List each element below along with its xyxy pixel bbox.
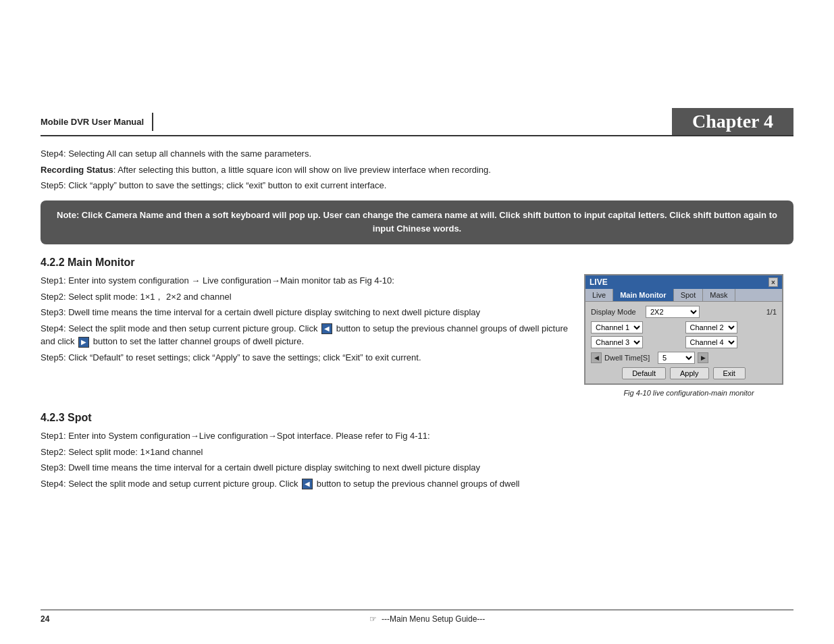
- footer-center: ☞ ---Main Menu Setup Guide---: [61, 614, 793, 624]
- live-dialog-close-button[interactable]: ×: [768, 277, 778, 287]
- dwell-time-row: ◀ Dwell Time[S] 5 ▶: [591, 352, 777, 364]
- figure-caption: Fig 4-10 live configuration-main monitor: [584, 389, 793, 397]
- channel-3-select[interactable]: Channel 3: [591, 336, 643, 348]
- chapter-label: Chapter 4: [672, 108, 793, 135]
- manual-title: Mobile DVR User Manual: [41, 113, 153, 131]
- display-mode-row: Display Mode 2X2 1X1 1/1: [591, 306, 777, 318]
- page-header: Mobile DVR User Manual Chapter 4: [41, 0, 793, 136]
- tab-spot[interactable]: Spot: [674, 289, 704, 301]
- 422-step1: Step1: Enter into system configuration →…: [41, 274, 571, 288]
- channels-grid: Channel 1 Channel 2 Channel 3 Channel 4: [591, 321, 777, 348]
- channel-3-cell: Channel 3: [591, 336, 683, 348]
- 422-step5: Step5: Click “Default” to reset settings…: [41, 351, 571, 365]
- section-422-body: Step1: Enter into system configuration →…: [41, 274, 793, 397]
- section-422-heading: 4.2.2 Main Monitor: [41, 257, 793, 269]
- live-dialog-title: LIVE: [590, 277, 608, 287]
- live-dialog-body: Display Mode 2X2 1X1 1/1 Channel 1: [585, 302, 782, 383]
- step4-all: Step4: Selecting All can setup all chann…: [41, 147, 793, 161]
- apply-button[interactable]: Apply: [670, 367, 709, 379]
- channel-1-select[interactable]: Channel 1: [591, 321, 643, 333]
- recording-status-text: : After selecting this button, a little …: [113, 165, 491, 175]
- dwell-next-button[interactable]: ▶: [698, 352, 708, 363]
- channel-1-cell: Channel 1: [591, 321, 683, 333]
- footer-bullet: ☞: [369, 614, 377, 624]
- channel-4-select[interactable]: Channel 4: [685, 336, 737, 348]
- figure-col: LIVE × Live Main Monitor Spot Mask: [584, 274, 793, 397]
- default-button[interactable]: Default: [622, 367, 666, 379]
- live-dialog-titlebar: LIVE ×: [585, 275, 782, 289]
- page-number: 24: [41, 614, 61, 624]
- step5-apply: Step5: Click “apply” button to save the …: [41, 179, 793, 192]
- recording-status: Recording Status: After selecting this b…: [41, 163, 793, 177]
- 422-step3: Step3: Dwell time means the time interva…: [41, 306, 571, 319]
- channel-2-select[interactable]: Channel 2: [685, 321, 737, 333]
- 423-step4: Step4: Select the split mode and setup c…: [41, 477, 793, 491]
- 422-step4-text: Step4: Select the split mode and then se…: [41, 323, 317, 333]
- footer-text: ---Main Menu Setup Guide---: [382, 614, 485, 624]
- dwell-prev-button[interactable]: ◀: [591, 352, 602, 363]
- page-footer: 24 ☞ ---Main Menu Setup Guide---: [41, 610, 793, 624]
- page-counter: 1/1: [766, 308, 777, 316]
- section-423-heading: 4.2.3 Spot: [41, 412, 793, 424]
- section-422-text: Step1: Enter into system configuration →…: [41, 274, 571, 367]
- 422-step2: Step2: Select split mode: 1×1， 2×2 and c…: [41, 290, 571, 304]
- note-text: Note: Click Camera Name and then a soft …: [57, 210, 777, 234]
- 423-step1: Step1: Enter into System configuration→L…: [41, 429, 793, 443]
- dwell-label: Dwell Time[S]: [604, 354, 655, 362]
- dwell-value-select[interactable]: 5: [658, 352, 695, 364]
- note-box: Note: Click Camera Name and then a soft …: [41, 200, 793, 245]
- prev-group-button[interactable]: ◀: [321, 323, 332, 334]
- tab-main-monitor[interactable]: Main Monitor: [613, 289, 673, 301]
- live-tabs: Live Main Monitor Spot Mask: [585, 289, 782, 302]
- 423-step3: Step3: Dwell time means the time interva…: [41, 461, 793, 475]
- next-group-button[interactable]: ▶: [78, 337, 89, 348]
- main-content: Step4: Selecting All can setup all chann…: [41, 136, 793, 490]
- recording-status-label: Recording Status: [41, 165, 113, 175]
- display-mode-label: Display Mode: [591, 308, 642, 316]
- tab-mask[interactable]: Mask: [703, 289, 735, 301]
- channel-2-cell: Channel 2: [685, 321, 777, 333]
- page-container: Mobile DVR User Manual Chapter 4 Step4: …: [0, 0, 834, 644]
- live-dialog: LIVE × Live Main Monitor Spot Mask: [584, 274, 783, 385]
- 422-step4: Step4: Select the split mode and then se…: [41, 322, 571, 348]
- live-actions: Default Apply Exit: [591, 367, 777, 379]
- 423-step2: Step2: Select split mode: 1×1and channel: [41, 446, 793, 459]
- display-mode-select[interactable]: 2X2 1X1: [646, 306, 700, 318]
- 423-step4-start: Step4: Select the split mode and setup c…: [41, 479, 298, 489]
- exit-button[interactable]: Exit: [713, 367, 746, 379]
- 422-step4c: button to set the latter channel groups …: [93, 336, 304, 346]
- 423-step4-end: button to setup the previous channel gro…: [317, 479, 520, 489]
- spot-prev-button[interactable]: ◀: [302, 479, 313, 489]
- tab-live[interactable]: Live: [585, 289, 613, 301]
- channel-4-cell: Channel 4: [685, 336, 777, 348]
